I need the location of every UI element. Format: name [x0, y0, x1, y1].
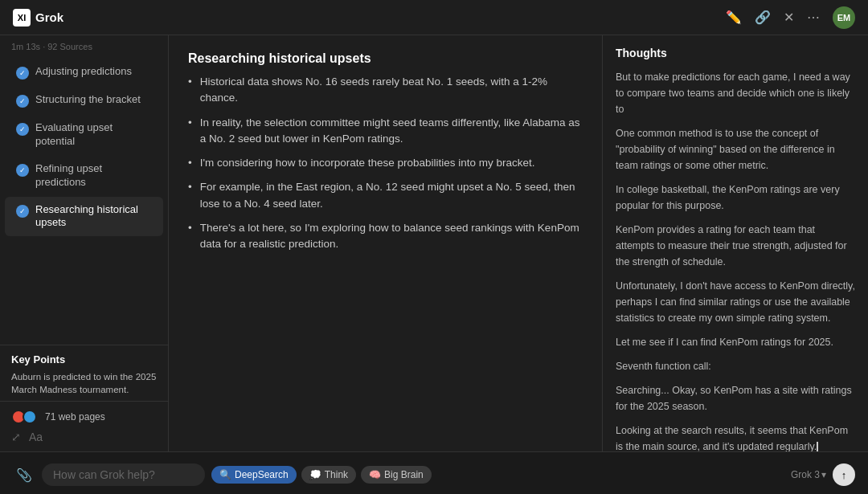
list-item: Historical data shows No. 16 seeds rarel…	[188, 74, 583, 107]
check-icon: ✓	[16, 95, 29, 108]
sidebar-items: ✓ Adjusting predictions ✓ Structuring th…	[0, 55, 168, 345]
send-button[interactable]: ↑	[833, 463, 855, 486]
sidebar-meta: 1m 13s · 92 Sources	[0, 35, 168, 55]
edit-icon[interactable]: ✏️	[726, 10, 742, 25]
think-label: Think	[325, 469, 348, 480]
font-icon[interactable]: Aa	[29, 431, 43, 443]
close-icon[interactable]: ✕	[784, 10, 794, 25]
list-item: There's a lot here, so I'm exploring how…	[188, 220, 583, 253]
think-icon: 💭	[309, 469, 321, 480]
key-points-header: Key Points	[11, 353, 157, 365]
check-icon: ✓	[16, 164, 29, 177]
chat-input[interactable]	[53, 468, 194, 481]
check-icon: ✓	[16, 123, 29, 136]
sources-badge[interactable]: 71 web pages	[11, 410, 157, 424]
thoughts-title: Thoughts	[616, 47, 855, 59]
bigbrain-button[interactable]: 🧠Big Brain	[361, 466, 432, 484]
bullet-list: Historical data shows No. 16 seeds rarel…	[188, 74, 583, 252]
sidebar-item-label: Refining upset predictions	[35, 162, 152, 190]
check-icon: ✓	[16, 67, 29, 80]
section-title: Researching historical upsets	[188, 51, 583, 66]
thoughts-panel: Thoughts But to make predictions for eac…	[603, 35, 868, 451]
thoughts-paragraph: Looking at the search results, it seems …	[616, 423, 855, 451]
attach-button[interactable]: 📎	[13, 467, 35, 483]
thoughts-paragraph: Searching... Okay, so KenPom has a site …	[616, 382, 855, 414]
topbar: XI Grok ✏️ 🔗 ✕ ⋯ EM	[0, 0, 868, 35]
main-layout: 1m 13s · 92 Sources ✓ Adjusting predicti…	[0, 35, 868, 451]
thoughts-paragraph: Unfortunately, I don't have access to Ke…	[616, 278, 855, 326]
sidebar-item-label: Adjusting predictions	[35, 65, 132, 79]
sidebar-item-label: Structuring the bracket	[35, 93, 141, 107]
cursor	[817, 442, 818, 451]
sidebar-bottom: 71 web pages ⤢ Aa	[0, 401, 168, 451]
sources-icons	[11, 410, 34, 424]
sidebar-item-label: Evaluating upset potential	[35, 121, 152, 149]
model-select[interactable]: Grok 3 ▾	[791, 469, 826, 480]
deepsearch-label: DeepSearch	[235, 469, 289, 480]
think-button[interactable]: 💭Think	[301, 466, 356, 484]
deepsearch-button[interactable]: 🔍DeepSearch	[211, 466, 297, 484]
check-icon: ✓	[16, 205, 29, 218]
avatar[interactable]: EM	[833, 6, 855, 29]
sidebar-item-structuring[interactable]: ✓ Structuring the bracket	[5, 87, 163, 114]
sidebar-item-refining[interactable]: ✓ Refining upset predictions	[5, 156, 163, 196]
sidebar-item-researching[interactable]: ✓ Researching historical upsets	[5, 197, 163, 237]
source-dot-2	[23, 410, 37, 424]
sidebar-item-adjusting[interactable]: ✓ Adjusting predictions	[5, 59, 163, 86]
list-item: I'm considering how to incorporate these…	[188, 155, 583, 171]
logo-icon: XI	[13, 9, 31, 27]
sidebar: 1m 13s · 92 Sources ✓ Adjusting predicti…	[0, 35, 169, 451]
main-content: Researching historical upsets Historical…	[169, 35, 603, 451]
expand-icon[interactable]: ⤢	[11, 431, 21, 443]
bottom-row: 📎 🔍DeepSearch💭Think🧠Big Brain Grok 3 ▾ ↑	[13, 463, 855, 486]
key-points-section: Key Points Auburn is predicted to win th…	[0, 345, 168, 401]
topbar-left: XI Grok	[13, 9, 63, 27]
thoughts-paragraph: Let me see if I can find KenPom ratings …	[616, 334, 855, 350]
link-icon[interactable]: 🔗	[755, 10, 771, 25]
bigbrain-label: Big Brain	[384, 469, 424, 480]
sidebar-item-label: Researching historical upsets	[35, 203, 152, 231]
thoughts-paragraph: But to make predictions for each game, I…	[616, 69, 855, 117]
sources-count: 71 web pages	[45, 411, 105, 423]
list-item: For example, in the East region, a No. 1…	[188, 179, 583, 212]
sidebar-controls: ⤢ Aa	[11, 431, 157, 443]
topbar-actions: ✏️ 🔗 ✕ ⋯ EM	[726, 6, 855, 29]
key-points-item: Auburn is predicted to win the 2025 Marc…	[11, 370, 157, 396]
input-bar: 📎 🔍DeepSearch💭Think🧠Big Brain Grok 3 ▾ ↑	[0, 451, 868, 494]
bigbrain-icon: 🧠	[369, 469, 381, 480]
thoughts-paragraph: One common method is to use the concept …	[616, 125, 855, 174]
thoughts-paragraph: In college basketball, the KenPom rating…	[616, 182, 855, 214]
deepsearch-icon: 🔍	[219, 469, 231, 480]
grok-logo[interactable]: XI Grok	[13, 9, 63, 27]
menu-icon[interactable]: ⋯	[807, 10, 820, 25]
thoughts-paragraph: Seventh function call:	[616, 358, 855, 374]
thoughts-paragraph: KenPom provides a rating for each team t…	[616, 222, 855, 270]
input-buttons: 🔍DeepSearch💭Think🧠Big Brain	[211, 466, 432, 484]
list-item: In reality, the selection committee migh…	[188, 115, 583, 148]
input-row	[42, 463, 205, 486]
sidebar-item-evaluating[interactable]: ✓ Evaluating upset potential	[5, 115, 163, 155]
